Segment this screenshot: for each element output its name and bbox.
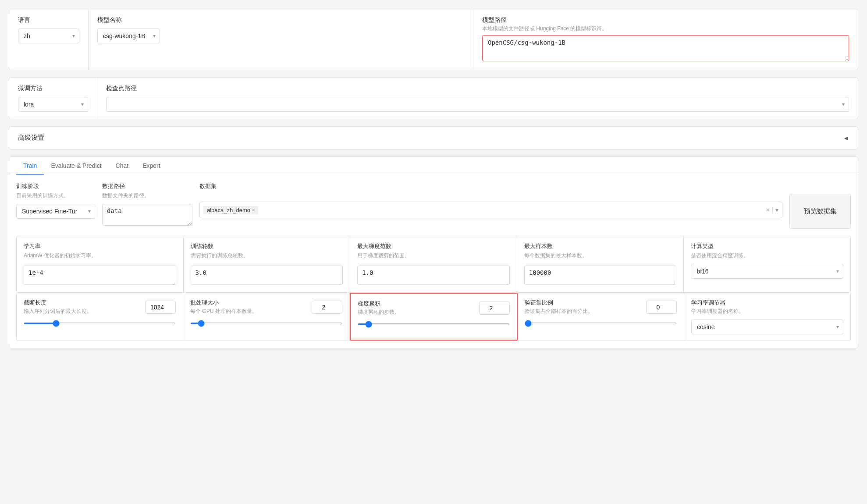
cutoff-len-slider[interactable] (24, 323, 176, 324)
train-stage-select[interactable]: Supervised Fine-Tur (16, 204, 95, 219)
train-stage-desc: 目前采用的训练方式。 (16, 192, 95, 199)
finetune-label: 微调方法 (18, 85, 88, 92)
batch-size-label: 批处理大小 (190, 299, 257, 307)
tab-evaluate[interactable]: Evaluate & Predict (44, 157, 108, 175)
model-path-desc: 本地模型的文件路径或 Hugging Face 的模型标识符。 (482, 25, 849, 32)
top-row: 语言 zh en ▾ 模型名称 csg-wukong-1B ▾ 模型路径 本地模… (9, 9, 858, 70)
tabs-section: Train Evaluate & Predict Chat Export 训练阶… (9, 156, 858, 348)
model-path-cell: 模型路径 本地模型的文件路径或 Hugging Face 的模型标识符。 <sp… (473, 9, 858, 70)
params-row-2: 截断长度 输入序列分词后的最大长度。 批处理大小 每个 GPU 处理的 (16, 293, 851, 341)
train-epochs-input[interactable]: 3.0 (191, 266, 343, 285)
batch-size-input[interactable] (312, 301, 342, 314)
data-path-group: 数据路径 数据文件夹的路径。 data (102, 182, 192, 226)
language-select[interactable]: zh en (18, 28, 79, 43)
checkpoint-cell: 检查点路径 ▾ (97, 78, 858, 119)
data-path-textarea[interactable]: data (102, 204, 192, 226)
val-ratio-cell: 验证集比例 验证集占全部样本的百分比。 (518, 293, 684, 341)
gradient-accum-desc: 梯度累积的步数。 (358, 309, 400, 316)
gradient-accum-header: 梯度累积 梯度累积的步数。 (358, 300, 510, 316)
cutoff-len-cell: 截断长度 输入序列分词后的最大长度。 (17, 293, 183, 341)
cutoff-len-input[interactable] (145, 301, 176, 314)
batch-size-desc: 每个 GPU 处理的样本数量。 (190, 308, 257, 315)
compute-type-select[interactable]: bf16 fp16 fp32 pure_bf16 (691, 264, 843, 279)
val-ratio-desc: 验证集占全部样本的百分比。 (525, 308, 593, 315)
advanced-settings-header[interactable]: 高级设置 ◄ (9, 127, 858, 149)
checkpoint-select[interactable] (106, 97, 849, 112)
preview-btn-group: 预览数据集 (789, 182, 851, 229)
lr-scheduler-cell: 学习率调节器 学习率调度器的名称。 cosine linear constant… (684, 293, 850, 341)
max-samples-input[interactable]: 100000 (524, 266, 677, 285)
train-tab-content: 训练阶段 目前采用的训练方式。 Supervised Fine-Tur ▾ 数据… (9, 175, 858, 348)
batch-size-slider[interactable] (190, 323, 342, 324)
data-path-label: 数据路径 (102, 182, 192, 190)
val-ratio-input[interactable] (646, 301, 677, 314)
lr-scheduler-desc: 学习率调度器的名称。 (691, 308, 843, 315)
train-epochs-desc: 需要执行的训练总轮数。 (191, 252, 343, 259)
learning-rate-label: 学习率 (24, 242, 176, 250)
params-row-1: 学习率 AdamW 优化器的初始学习率。 1e-4 ⌟ 训练轮数 需要执行的训练… (16, 236, 851, 293)
cutoff-len-desc: 输入序列分词后的最大长度。 (24, 308, 92, 315)
tabs-header: Train Evaluate & Predict Chat Export (9, 157, 858, 175)
model-path-label: 模型路径 (482, 16, 849, 24)
batch-size-cell: 批处理大小 每个 GPU 处理的样本数量。 (183, 293, 350, 341)
model-name-label: 模型名称 (97, 16, 464, 24)
model-name-select-wrapper: csg-wukong-1B ▾ (97, 28, 160, 43)
gradient-accum-cell: 梯度累积 梯度累积的步数。 (350, 293, 518, 341)
train-epochs-label: 训练轮数 (191, 242, 343, 250)
batch-size-slider-wrapper (190, 319, 342, 326)
max-grad-norm-cell: 最大梯度范数 用于梯度裁剪的范围。 1.0 ⌟ (350, 236, 517, 292)
data-path-desc: 数据文件夹的路径。 (102, 192, 192, 199)
dataset-tag-label: alpaca_zh_demo (207, 207, 250, 213)
advanced-settings-section: 高级设置 ◄ (9, 126, 858, 149)
train-stage-group: 训练阶段 目前采用的训练方式。 Supervised Fine-Tur ▾ (16, 182, 95, 219)
tab-chat[interactable]: Chat (109, 157, 136, 175)
second-row: 微调方法 lora full freeze ▾ 检查点路径 ▾ (9, 77, 858, 119)
dataset-group: 数据集 alpaca_zh_demo × × ▾ (199, 182, 782, 218)
lr-scheduler-label: 学习率调节器 (691, 299, 843, 307)
gradient-accum-label: 梯度累积 (358, 300, 400, 308)
compute-type-cell: 计算类型 是否使用混合精度训练。 bf16 fp16 fp32 pure_bf1… (684, 236, 850, 292)
advanced-settings-arrow: ◄ (843, 135, 849, 142)
tab-export[interactable]: Export (135, 157, 167, 175)
val-ratio-label: 验证集比例 (525, 299, 593, 307)
max-grad-norm-input[interactable]: 1.0 (357, 266, 510, 285)
max-grad-norm-desc: 用于梯度裁剪的范围。 (357, 252, 510, 259)
main-container: 语言 zh en ▾ 模型名称 csg-wukong-1B ▾ 模型路径 本地模… (0, 0, 867, 364)
dataset-tag-close[interactable]: × (252, 207, 255, 213)
gradient-accum-slider[interactable] (358, 323, 510, 325)
val-ratio-slider[interactable] (525, 323, 677, 324)
finetune-cell: 微调方法 lora full freeze ▾ (9, 78, 97, 119)
cutoff-len-label: 截断长度 (24, 299, 92, 307)
val-ratio-label-group: 验证集比例 验证集占全部样本的百分比。 (525, 299, 593, 315)
max-samples-desc: 每个数据集的最大样本数。 (524, 252, 677, 259)
dataset-dropdown-icon[interactable]: ▾ (775, 206, 778, 213)
finetune-select-wrapper: lora full freeze ▾ (18, 97, 88, 112)
train-epochs-cell: 训练轮数 需要执行的训练总轮数。 3.0 ⌟ (184, 236, 351, 292)
gradient-accum-label-group: 梯度累积 梯度累积的步数。 (358, 300, 400, 316)
language-select-wrapper: zh en ▾ (18, 28, 79, 43)
language-cell: 语言 zh en ▾ (9, 9, 89, 70)
compute-type-label: 计算类型 (691, 242, 843, 250)
dataset-label: 数据集 (199, 182, 782, 190)
language-label: 语言 (18, 16, 79, 24)
cutoff-len-header: 截断长度 输入序列分词后的最大长度。 (24, 299, 176, 315)
max-samples-cell: 最大样本数 每个数据集的最大样本数。 100000 ⌟ (517, 236, 684, 292)
compute-type-desc: 是否使用混合精度训练。 (691, 252, 843, 259)
dataset-clear-icon[interactable]: × (766, 206, 770, 213)
tab-train[interactable]: Train (16, 157, 44, 175)
finetune-select[interactable]: lora full freeze (18, 97, 88, 112)
learning-rate-cell: 学习率 AdamW 优化器的初始学习率。 1e-4 ⌟ (17, 236, 184, 292)
checkpoint-label: 检查点路径 (106, 85, 849, 92)
model-path-textarea[interactable]: <span class="model-path-value">OpenCSG/c… (482, 35, 849, 61)
train-stage-label: 训练阶段 (16, 182, 95, 190)
dataset-input-wrapper[interactable]: alpaca_zh_demo × × ▾ (199, 202, 782, 218)
learning-rate-input[interactable]: 1e-4 (24, 266, 176, 285)
train-top-row: 训练阶段 目前采用的训练方式。 Supervised Fine-Tur ▾ 数据… (16, 182, 851, 229)
gradient-accum-slider-wrapper (358, 319, 510, 327)
dataset-input-icons: × ▾ (766, 206, 778, 213)
lr-scheduler-select[interactable]: cosine linear constant (691, 319, 843, 334)
gradient-accum-input[interactable] (479, 302, 510, 315)
max-samples-label: 最大样本数 (524, 242, 677, 250)
model-name-select[interactable]: csg-wukong-1B (97, 28, 160, 43)
preview-dataset-button[interactable]: 预览数据集 (789, 194, 851, 229)
